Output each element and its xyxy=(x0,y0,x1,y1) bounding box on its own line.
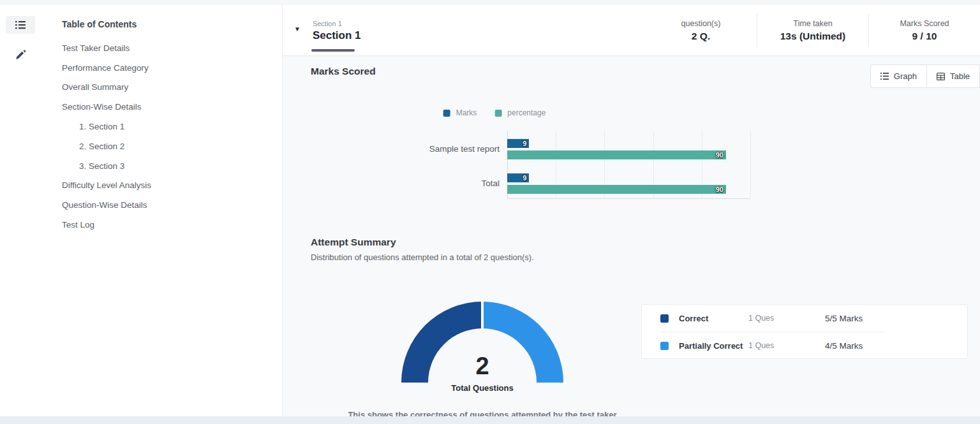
stat-label: Marks Scored xyxy=(900,19,949,28)
attempt-summary-heading: Attempt Summary xyxy=(311,237,396,248)
active-tab-underline xyxy=(311,49,355,52)
sidebar-item[interactable]: 2. Section 2 xyxy=(62,136,282,156)
graph-view-button[interactable]: Graph xyxy=(870,64,926,88)
sidebar-item[interactable]: Question-Wise Details xyxy=(62,195,282,215)
left-rail xyxy=(0,5,41,416)
bar-marks: 9 xyxy=(507,139,529,148)
bar-category-label: Sample test report xyxy=(283,143,500,155)
bar-chart-legend: Markspercentage xyxy=(443,108,546,117)
legend-marks: 4/5 Marks xyxy=(825,341,863,351)
sidebar-item[interactable]: Test Taker Details xyxy=(62,38,282,58)
bar-value-label: 90 xyxy=(716,151,724,159)
graph-table-toggle: Graph Table xyxy=(870,64,980,88)
toc-list: Test Taker DetailsPerformance CategoryOv… xyxy=(62,38,282,235)
attempt-legend-card: Correct 1 Ques 5/5 Marks Partially Corre… xyxy=(641,304,968,359)
attempt-gauge-chart: 2 xyxy=(401,302,563,383)
section-small-label: Section 1 xyxy=(313,20,361,27)
stat-value: 13s (Untimed) xyxy=(780,31,846,42)
table-of-contents-panel: Table of Contents Test Taker DetailsPerf… xyxy=(41,5,283,416)
legend-marks: 5/5 Marks xyxy=(825,314,863,323)
table-button-label: Table xyxy=(950,71,970,81)
graph-button-label: Graph xyxy=(894,71,917,81)
legend-row-correct: Correct 1 Ques 5/5 Marks xyxy=(642,305,967,332)
legend-ques-count: 1 Ques xyxy=(748,341,825,350)
sidebar-item[interactable]: Difficulty Level Analysis xyxy=(62,176,282,196)
bar-chart-plot: 990990 xyxy=(507,131,750,199)
stat-time-taken: Time taken 13s (Untimed) xyxy=(757,14,868,47)
section-body: Marks Scored Graph xyxy=(283,56,980,416)
tab-section-1[interactable]: Section 1 Section 1 xyxy=(313,18,361,42)
sidebar-item[interactable]: 3. Section 3 xyxy=(62,156,282,176)
legend-row-partially-correct: Partially Correct 1 Ques 4/5 Marks xyxy=(642,332,967,359)
main-panel: ▼ Section 1 Section 1 question(s) 2 Q. T… xyxy=(283,5,980,416)
bar-category-label: Total xyxy=(283,178,500,189)
stat-value: 9 / 10 xyxy=(912,31,937,42)
bottom-strip xyxy=(0,416,980,424)
stat-marks-scored: Marks Scored 9 / 10 xyxy=(868,14,980,47)
bar-percentage: 90 xyxy=(507,150,726,159)
bar-value-label: 9 xyxy=(523,140,526,147)
bar-percentage: 90 xyxy=(507,185,726,194)
legend-item-percentage[interactable]: percentage xyxy=(494,108,546,117)
attempt-summary-subtitle: Distribution of questions attempted in a… xyxy=(311,252,534,262)
stat-questions: question(s) 2 Q. xyxy=(645,14,757,47)
legend-item-marks[interactable]: Marks xyxy=(443,108,477,117)
toc-toggle-button[interactable] xyxy=(6,16,35,34)
gauge-total-label: Total Questions xyxy=(401,383,563,393)
test-report-page: Table of Contents Test Taker DetailsPerf… xyxy=(0,0,980,424)
marks-scored-heading: Marks Scored xyxy=(311,66,376,77)
edit-button[interactable] xyxy=(13,47,28,62)
stat-label: Time taken xyxy=(793,19,832,28)
section-title: Section 1 xyxy=(313,29,361,42)
table-view-button[interactable]: Table xyxy=(926,64,980,88)
header-stats: question(s) 2 Q. Time taken 13s (Untimed… xyxy=(645,5,980,55)
partially-correct-color-swatch xyxy=(660,342,669,350)
legend-label: Marks xyxy=(456,108,477,117)
stat-value: 2 Q. xyxy=(692,31,710,42)
legend-ques-count: 1 Ques xyxy=(748,314,825,323)
sidebar-item[interactable]: 1. Section 1 xyxy=(62,117,282,136)
bar-marks: 9 xyxy=(507,173,529,182)
legend-name: Partially Correct xyxy=(679,341,748,351)
bar-value-label: 9 xyxy=(523,174,526,182)
legend-label: percentage xyxy=(507,108,546,117)
list-icon xyxy=(15,20,26,29)
gauge-total-value: 2 xyxy=(401,353,563,380)
sidebar-item[interactable]: Test Log xyxy=(62,215,282,235)
toc-title: Table of Contents xyxy=(62,19,282,29)
sidebar-item[interactable]: Overall Summary xyxy=(62,78,282,98)
sidebar-item[interactable]: Section-Wise Details xyxy=(62,97,282,117)
sidebar-item[interactable]: Performance Category xyxy=(62,58,282,78)
graph-list-icon xyxy=(880,73,889,80)
stat-label: question(s) xyxy=(681,19,721,28)
collapse-caret-icon[interactable]: ▼ xyxy=(294,26,301,33)
legend-swatch xyxy=(494,110,501,117)
bar-value-label: 90 xyxy=(716,186,724,193)
pen-icon xyxy=(15,49,26,61)
section-header: ▼ Section 1 Section 1 question(s) 2 Q. T… xyxy=(283,5,980,56)
table-grid-icon xyxy=(937,73,945,80)
legend-name: Correct xyxy=(679,314,748,323)
legend-swatch xyxy=(443,110,450,117)
gridline xyxy=(750,131,751,198)
correct-color-swatch xyxy=(660,314,669,323)
